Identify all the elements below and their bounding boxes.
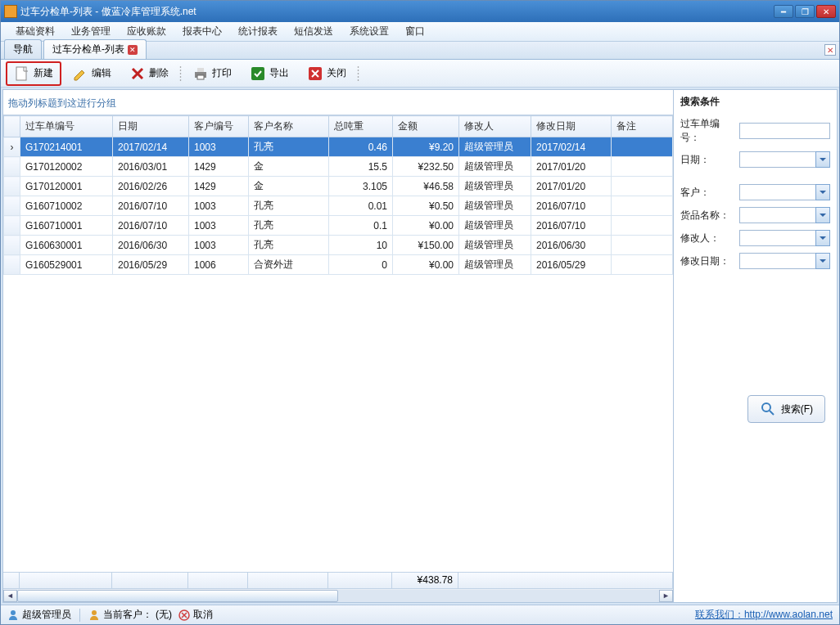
col-mdate[interactable]: 修改日期 [531, 116, 612, 137]
search-button[interactable]: 搜索(F) [747, 395, 825, 423]
title-bar[interactable]: 过车分检单-列表 - 傲蓝冷库管理系统.net ━ ❐ ✕ [1, 1, 839, 22]
content-area: 拖动列标题到这进行分组 过车单编号 日期 客户编号 客户名称 总吨重 金额 修改… [2, 89, 838, 603]
search-title: 搜索条件 [674, 90, 837, 114]
edit-label: 编辑 [92, 66, 111, 80]
col-wt[interactable]: 总吨重 [329, 116, 393, 137]
group-hint[interactable]: 拖动列标题到这进行分组 [3, 90, 673, 115]
cancel-icon[interactable] [178, 609, 190, 621]
col-cname[interactable]: 客户名称 [249, 116, 329, 137]
status-cancel[interactable]: 取消 [193, 608, 213, 622]
svg-rect-0 [16, 67, 26, 80]
menu-window[interactable]: 窗口 [397, 22, 433, 41]
table-row[interactable]: G1701200012016/02/261429金3.105¥46.58超级管理… [4, 177, 673, 196]
col-cno[interactable]: 客户编号 [189, 116, 249, 137]
table-row[interactable]: ›G1702140012017/02/141003孔亮0.46¥9.20超级管理… [4, 137, 673, 157]
svg-rect-3 [197, 75, 204, 79]
table-row[interactable]: G1607100022016/07/101003孔亮0.01¥0.50超级管理员… [4, 196, 673, 216]
dropdown-icon[interactable] [815, 230, 830, 246]
footer-total: ¥438.78 [392, 573, 458, 588]
status-cust-value: (无) [156, 608, 172, 622]
grid-empty-area[interactable] [3, 275, 673, 572]
svg-rect-4 [251, 67, 264, 80]
col-mod[interactable]: 修改人 [459, 116, 531, 137]
status-cust-label: 当前客户： [103, 608, 152, 622]
delete-icon [129, 65, 146, 82]
lbl-moddate: 修改日期： [680, 254, 736, 268]
table-row[interactable]: G1701200022016/03/011429金15.5¥232.50超级管理… [4, 157, 673, 177]
print-icon [192, 65, 209, 82]
col-billno[interactable]: 过车单编号 [20, 116, 113, 137]
inp-customer[interactable] [739, 184, 830, 200]
lbl-date: 日期： [680, 153, 736, 167]
scroll-thumb[interactable] [17, 590, 338, 602]
table-row[interactable]: G1607100012016/07/101003孔亮0.1¥0.00超级管理员2… [4, 216, 673, 236]
inp-moddate[interactable] [739, 253, 830, 269]
tab-list[interactable]: 过车分检单-列表 ✕ [43, 39, 147, 59]
lbl-customer: 客户： [680, 186, 736, 200]
menu-stats[interactable]: 统计报表 [230, 22, 286, 41]
tab-close-icon[interactable]: ✕ [128, 45, 138, 55]
col-note[interactable]: 备注 [612, 116, 673, 137]
new-icon [14, 65, 30, 82]
col-amt[interactable]: 金额 [393, 116, 459, 137]
menu-receivable[interactable]: 应收账款 [119, 22, 174, 41]
status-customer: 当前客户： (无) 取消 [88, 608, 213, 622]
table-row[interactable]: G1606300012016/06/301003孔亮10¥150.00超级管理员… [4, 236, 673, 255]
edit-icon [72, 65, 88, 82]
dropdown-icon[interactable] [815, 253, 830, 269]
status-user-name: 超级管理员 [22, 608, 71, 622]
table-row[interactable]: G1605290012016/05/291006合资外进0¥0.00超级管理员2… [4, 255, 673, 275]
export-label: 导出 [269, 66, 289, 80]
menu-settings[interactable]: 系统设置 [341, 22, 397, 41]
menu-sms[interactable]: 短信发送 [286, 22, 341, 41]
tab-list-label: 过车分检单-列表 [52, 43, 124, 56]
tab-bar: 导航 过车分检单-列表 ✕ ✕ [1, 42, 839, 60]
contact-link[interactable]: 联系我们：http://www.aolan.net [695, 608, 833, 622]
user-icon [7, 609, 19, 621]
scroll-right[interactable]: ► [659, 590, 673, 602]
tab-nav[interactable]: 导航 [4, 39, 42, 59]
inp-date[interactable] [739, 151, 830, 168]
app-window: 过车分检单-列表 - 傲蓝冷库管理系统.net ━ ❐ ✕ 基础资料 业务管理 … [0, 0, 840, 625]
menu-basic[interactable]: 基础资料 [7, 22, 63, 41]
h-scrollbar[interactable]: ◄ ► [3, 588, 673, 602]
menu-report[interactable]: 报表中心 [174, 22, 230, 41]
close-button[interactable]: ✕ [816, 5, 836, 18]
scroll-track[interactable] [17, 590, 659, 602]
lbl-billno: 过车单编号： [680, 117, 736, 145]
tab-nav-label: 导航 [13, 43, 33, 56]
search-pane: 搜索条件 过车单编号： 日期： 客户： 货品名称： 修改人： 修改日期： 搜 [673, 90, 837, 602]
print-label: 打印 [212, 66, 232, 80]
menu-business[interactable]: 业务管理 [63, 22, 119, 41]
svg-rect-2 [197, 68, 204, 72]
header-row: 过车单编号 日期 客户编号 客户名称 总吨重 金额 修改人 修改日期 备注 [4, 116, 673, 137]
toolbar: 新建 编辑 删除 打印 导出 关闭 [1, 60, 839, 88]
search-form: 过车单编号： 日期： 客户： 货品名称： 修改人： 修改日期： [674, 114, 837, 272]
app-icon [4, 5, 17, 18]
inp-billno[interactable] [739, 123, 830, 139]
export-icon [250, 65, 266, 82]
inp-product[interactable] [739, 207, 830, 223]
col-date[interactable]: 日期 [113, 116, 189, 137]
print-button[interactable]: 打印 [185, 62, 239, 85]
grid-wrap: 过车单编号 日期 客户编号 客户名称 总吨重 金额 修改人 修改日期 备注 ›G… [3, 115, 673, 602]
delete-button[interactable]: 删除 [122, 62, 176, 85]
close-panel-button[interactable]: 关闭 [300, 62, 354, 85]
tabs-close-all[interactable]: ✕ [824, 44, 836, 56]
new-button[interactable]: 新建 [6, 61, 61, 86]
search-button-wrap: 搜索(F) [674, 272, 837, 602]
toolbar-sep2 [357, 64, 359, 83]
svg-point-7 [11, 610, 16, 615]
data-grid-header: 过车单编号 日期 客户编号 客户名称 总吨重 金额 修改人 修改日期 备注 ›G… [3, 115, 673, 275]
edit-button[interactable]: 编辑 [65, 62, 119, 85]
dropdown-icon[interactable] [815, 184, 830, 200]
dropdown-icon[interactable] [815, 151, 830, 168]
dropdown-icon[interactable] [815, 207, 830, 223]
rowhdr-col[interactable] [4, 116, 20, 137]
maximize-button[interactable]: ❐ [795, 5, 815, 18]
minimize-button[interactable]: ━ [774, 5, 793, 18]
export-button[interactable]: 导出 [242, 62, 296, 85]
status-sep [79, 609, 80, 622]
inp-modifier[interactable] [739, 230, 830, 246]
scroll-left[interactable]: ◄ [3, 590, 17, 602]
